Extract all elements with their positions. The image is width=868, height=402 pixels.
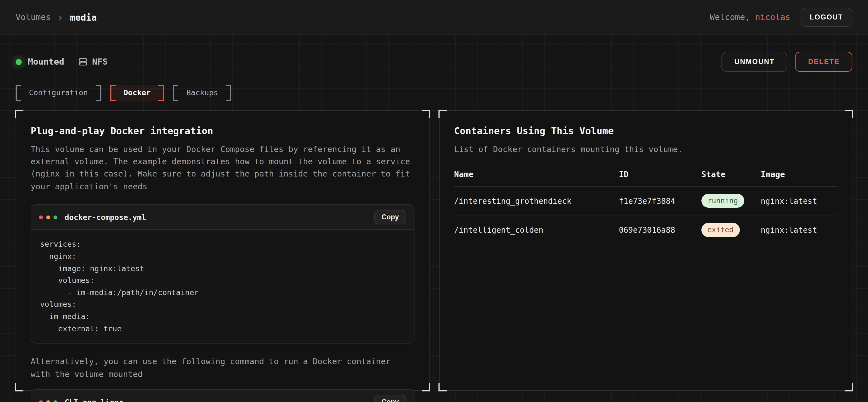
panel-corner-icon [845,109,853,118]
cli-copy-button[interactable]: Copy [374,395,406,402]
page: Volumes › media Welcome, nicolas LOGOUT … [0,0,868,402]
table-row: /interesting_grothendieck f1e73e7f3884 r… [454,187,837,215]
panels: Plug-and-play Docker integration This vo… [16,110,852,391]
welcome-text: Welcome, nicolas [710,12,790,22]
container-state: running [701,194,761,208]
container-name: /interesting_grothendieck [454,196,619,205]
containers-panel: Containers Using This Volume List of Doc… [439,110,852,391]
window-dot-amber-icon [46,215,50,220]
containers-table: Name ID State Image /interesting_grothen… [454,170,837,244]
compose-code-block: docker-compose.yml Copy services: nginx:… [31,205,414,344]
container-name: /intelligent_colden [454,226,619,234]
window-dot-red-icon [39,215,43,220]
compose-copy-button[interactable]: Copy [374,210,406,225]
window-dots [39,215,57,220]
window-dot-green-icon [54,215,57,220]
panel-corner-icon [15,383,23,391]
state-badge-exited: exited [701,223,740,237]
column-header-name: Name [454,170,619,179]
mounted-status-label: Mounted [28,57,64,67]
breadcrumb-chevron-icon: › [57,12,63,22]
cli-code-header: CLI one-liner Copy [31,390,414,402]
table-row: /intelligent_colden 069e73016a88 exited … [454,215,837,244]
container-state: exited [701,223,761,237]
volume-type-label: NFS [92,57,108,67]
container-image: nginx:latest [761,196,837,205]
panel-corner-icon [438,383,447,391]
column-header-state: State [701,170,761,179]
tab-backups[interactable]: Backups [173,85,231,101]
container-image: nginx:latest [761,226,837,234]
volume-actions: UNMOUNT DELETE [721,52,852,72]
unmount-button[interactable]: UNMOUNT [721,52,787,72]
welcome-label: Welcome, [710,12,750,22]
compose-code-content: services: nginx: image: nginx:latest vol… [31,230,414,343]
column-header-image: Image [761,170,837,179]
mounted-status-dot-icon [16,59,22,65]
tab-configuration[interactable]: Configuration [16,85,101,101]
container-id: 069e73016a88 [619,226,702,234]
docker-panel-title: Plug-and-play Docker integration [31,125,414,136]
docker-panel-description: This volume can be used in your Docker C… [31,143,414,193]
main-content: Mounted NFS UNMOUNT DELETE [0,35,868,402]
cli-intro-text: Alternatively, you can use the following… [31,355,414,380]
tab-bar: Configuration Docker Backups [16,85,852,101]
status-row: Mounted NFS UNMOUNT DELETE [16,35,852,72]
containers-panel-title: Containers Using This Volume [454,125,837,136]
docker-integration-panel: Plug-and-play Docker integration This vo… [16,110,430,391]
window-dot-red-icon [39,400,43,402]
logout-button[interactable]: LOGOUT [800,8,852,27]
top-bar-right: Welcome, nicolas LOGOUT [710,8,852,27]
top-bar: Volumes › media Welcome, nicolas LOGOUT [0,0,868,35]
panel-corner-icon [845,383,853,391]
compose-filename: docker-compose.yml [65,213,146,222]
container-id: f1e73e7f3884 [619,196,702,205]
panel-corner-icon [422,383,430,391]
volume-status: Mounted NFS [16,57,108,67]
server-icon [79,57,88,66]
state-badge-running: running [701,194,744,208]
cli-filename: CLI one-liner [65,398,123,402]
delete-button[interactable]: DELETE [795,52,852,72]
column-header-id: ID [619,170,702,179]
username: nicolas [755,12,790,22]
window-dot-amber-icon [46,400,50,402]
cli-code-block: CLI one-liner Copy docker run -v im-medi… [31,389,414,402]
table-header-row: Name ID State Image [454,170,837,187]
breadcrumb: Volumes › media [16,12,97,23]
breadcrumb-volumes-link[interactable]: Volumes [16,12,51,22]
panel-corner-icon [438,109,447,118]
volume-type-indicator: NFS [79,57,108,67]
tab-docker[interactable]: Docker [110,85,164,101]
compose-code-header: docker-compose.yml Copy [31,205,414,230]
containers-panel-subtitle: List of Docker containers mounting this … [454,143,837,155]
panel-corner-icon [422,109,430,118]
breadcrumb-current-volume: media [70,12,97,23]
window-dot-green-icon [54,400,57,402]
panel-corner-icon [15,109,23,118]
window-dots [39,400,57,402]
